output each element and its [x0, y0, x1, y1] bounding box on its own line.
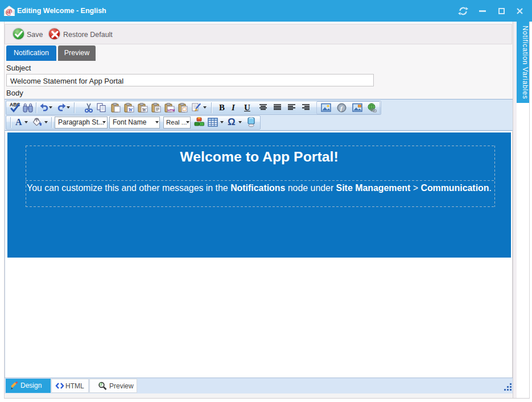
- svg-text:HTML: HTML: [168, 109, 175, 112]
- svg-text:@: @: [6, 7, 13, 15]
